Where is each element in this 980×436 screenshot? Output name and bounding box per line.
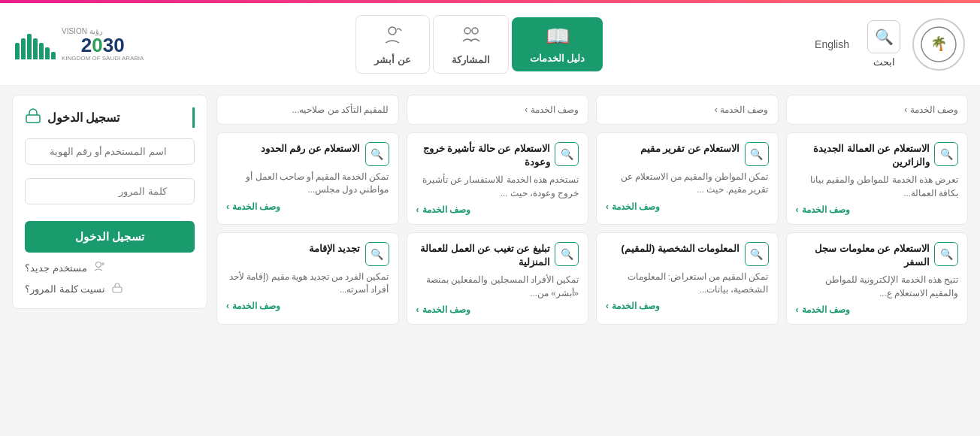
- search-area[interactable]: 🔍 ابحث: [867, 20, 900, 68]
- service-icon-resident-report: 🔍: [745, 142, 769, 166]
- service-desc-border-number: تمكن الخدمة المقيم أو صاحب العمل أو مواط…: [226, 171, 389, 197]
- svg-point-3: [472, 28, 478, 34]
- service-icon-border-number: 🔍: [365, 142, 389, 166]
- service-link-residency-renewal[interactable]: وصف الخدمة ›: [226, 301, 389, 311]
- service-icon-personal-info: 🔍: [745, 242, 769, 266]
- service-desc-personal-info: تمكن المقيم من استعراض: المعلومات الشخصي…: [606, 271, 769, 297]
- service-card-absence-report: 🔍 تبليغ عن تغيب عن العمل للعمالة المنزلي…: [407, 232, 589, 325]
- partial-row: وصف الخدمة › وصف الخدمة › وصف الخدمة › ل…: [216, 95, 968, 125]
- nav-tab-absher[interactable]: عن أبشر: [355, 15, 430, 74]
- svg-point-2: [464, 28, 470, 34]
- service-link-border-number[interactable]: وصف الخدمة ›: [226, 201, 389, 212]
- partial-card-3: وصف الخدمة ›: [596, 95, 779, 125]
- nav-tab-services-label: دليل الخدمات: [530, 53, 585, 64]
- service-icon-residency-renewal: 🔍: [365, 242, 389, 266]
- forgot-password-icon: [111, 281, 123, 296]
- header: 🌴 🔍 ابحث English 📖 دليل الخدمات المشاركة: [0, 3, 980, 86]
- participation-icon: [460, 23, 481, 50]
- main-content: وصف الخدمة › وصف الخدمة › وصف الخدمة › ل…: [0, 86, 980, 334]
- svg-rect-9: [113, 287, 122, 292]
- services-grid: وصف الخدمة › وصف الخدمة › وصف الخدمة › ل…: [216, 95, 968, 325]
- service-desc-residency-renewal: تمكين الفرد من تجديد هوية مقيم (إقامة لأ…: [226, 271, 389, 297]
- service-title-personal-info: المعلومات الشخصية (للمقيم): [606, 242, 740, 256]
- service-card-residency-renewal: 🔍 تجديد الإقامة تمكين الفرد من تجديد هوي…: [216, 232, 399, 325]
- login-title: تسجيل الدخول: [47, 111, 119, 125]
- nav-tab-participation-label: المشاركة: [452, 54, 490, 65]
- services-icon: 📖: [546, 25, 570, 48]
- service-title-residency-renewal: تجديد الإقامة: [226, 242, 361, 256]
- service-link-travel-record[interactable]: وصف الخدمة ›: [796, 304, 959, 315]
- service-card-exit-visa: 🔍 الاستعلام عن حالة تأشيرة خروج وعودة تس…: [407, 132, 589, 225]
- partial-card-1: للمقيم التأكد من صلاحيه...: [216, 95, 399, 125]
- service-desc-exit-visa: تستخدم هذه الخدمة للاستفسار عن تأشيرة خر…: [416, 174, 579, 200]
- service-icon-absence-report: 🔍: [555, 242, 579, 266]
- service-link-labor-new[interactable]: وصف الخدمة ›: [796, 204, 959, 215]
- service-card-travel-record: 🔍 الاستعلام عن معلومات سجل السفر تتيح هذ…: [786, 232, 969, 325]
- service-desc-resident-report: تمكن المواطن والمقيم من الاستعلام عن تقر…: [606, 171, 769, 197]
- forgot-password-label: نسيت كلمة المرور؟: [25, 283, 105, 295]
- search-icon: 🔍: [867, 20, 900, 53]
- service-desc-absence-report: تمكين الأفراد المسجلين والمفعلين بمنصة «…: [416, 274, 579, 300]
- service-desc-labor-new: تعرض هذه الخدمة للمواطن والمقيم بيانا بك…: [796, 174, 959, 200]
- service-title-exit-visa: الاستعلام عن حالة تأشيرة خروج وعودة: [416, 142, 551, 169]
- service-card-personal-info: 🔍 المعلومات الشخصية (للمقيم) تمكن المقيم…: [596, 232, 779, 325]
- service-icon-travel-record: 🔍: [934, 242, 958, 266]
- language-switcher[interactable]: English: [815, 38, 849, 50]
- service-title-absence-report: تبليغ عن تغيب عن العمل للعمالة المنزلية: [416, 242, 551, 269]
- login-box: تسجيل الدخول: [12, 95, 207, 309]
- svg-point-4: [389, 27, 396, 35]
- header-left: 🌴 🔍 ابحث English: [815, 18, 965, 71]
- nav-tabs: 📖 دليل الخدمات المشاركة: [355, 15, 603, 74]
- partial-card-4: وصف الخدمة ›: [786, 95, 969, 125]
- svg-rect-5: [26, 115, 40, 123]
- svg-point-8: [95, 262, 101, 268]
- login-button[interactable]: تسجيل الدخول: [25, 221, 195, 253]
- password-input[interactable]: [25, 178, 195, 204]
- service-title-border-number: الاستعلام عن رقم الحدود: [226, 142, 361, 156]
- forgot-password-link[interactable]: نسيت كلمة المرور؟: [25, 281, 195, 296]
- service-link-resident-report[interactable]: وصف الخدمة ›: [606, 201, 769, 212]
- nav-tab-services[interactable]: 📖 دليل الخدمات: [512, 17, 603, 71]
- partial-card-2: وصف الخدمة ›: [407, 95, 589, 125]
- nav-tab-absher-label: عن أبشر: [374, 54, 411, 65]
- services-row-1: 🔍 الاستعلام عن العمالة الجديدة والزائرين…: [216, 132, 968, 225]
- new-user-icon: [93, 260, 105, 275]
- new-user-link[interactable]: مستخدم جديد؟: [25, 260, 195, 275]
- service-desc-travel-record: تتيح هذه الخدمة الإلكترونية للمواطن والم…: [796, 274, 959, 300]
- sidebar: تسجيل الدخول: [12, 95, 207, 325]
- service-link-personal-info[interactable]: وصف الخدمة ›: [606, 301, 769, 311]
- svg-text:🌴: 🌴: [930, 35, 948, 52]
- service-card-labor-new: 🔍 الاستعلام عن العمالة الجديدة والزائرين…: [786, 132, 969, 225]
- username-wrapper: [25, 138, 195, 171]
- new-user-label: مستخدم جديد؟: [25, 262, 87, 274]
- service-card-resident-report: 🔍 الاستعلام عن تقرير مقيم تمكن المواطن و…: [596, 132, 779, 225]
- login-title-row: تسجيل الدخول: [25, 107, 195, 128]
- vision-logo: VISION رؤية 2030 KINGDOM OF SAUDI ARABIA: [15, 27, 144, 62]
- password-wrapper: [25, 178, 195, 210]
- logo: 🌴: [912, 18, 965, 71]
- service-link-absence-report[interactable]: وصف الخدمة ›: [416, 304, 579, 315]
- services-row-2: 🔍 الاستعلام عن معلومات سجل السفر تتيح هذ…: [216, 232, 968, 325]
- sidebar-links: مستخدم جديد؟ نسيت كلمة المرور؟: [25, 260, 195, 296]
- service-icon-exit-visa: 🔍: [555, 142, 579, 166]
- username-input[interactable]: [25, 138, 195, 165]
- service-title-labor-new: الاستعلام عن العمالة الجديدة والزائرين: [796, 142, 930, 169]
- absher-icon: [382, 23, 403, 50]
- service-title-travel-record: الاستعلام عن معلومات سجل السفر: [796, 242, 930, 269]
- vision-bars: [15, 29, 56, 59]
- service-icon-labor-new: 🔍: [934, 142, 958, 166]
- search-label: ابحث: [873, 56, 895, 68]
- nav-tab-participation[interactable]: المشاركة: [433, 15, 509, 74]
- login-icon: [25, 107, 41, 128]
- service-title-resident-report: الاستعلام عن تقرير مقيم: [606, 142, 740, 156]
- service-link-exit-visa[interactable]: وصف الخدمة ›: [416, 204, 579, 215]
- service-card-border-number: 🔍 الاستعلام عن رقم الحدود تمكن الخدمة ال…: [216, 132, 399, 225]
